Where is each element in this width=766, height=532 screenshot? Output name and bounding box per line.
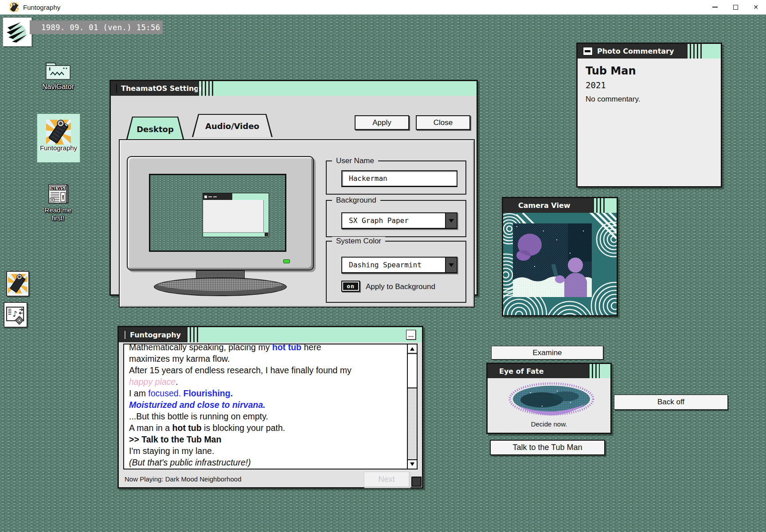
app-title-bar: Funtography ✕ (0, 0, 766, 15)
chevron-down-icon[interactable] (445, 213, 457, 228)
game-screen: Funtography ✕ 1989. 09. 01 (ven.) 15:56 … (0, 0, 766, 532)
photo-commentary-window: Photo Commentary Tub Man 2021 No comment… (576, 43, 722, 188)
dialog-choice-selected[interactable]: >> Talk to the Tub Man (129, 434, 404, 445)
window-grid-icon (124, 330, 126, 340)
navigator-folder-icon[interactable] (45, 62, 71, 80)
window-grid-icon (116, 84, 117, 93)
system-color-label: System Color (332, 237, 385, 246)
system-clock: 1989. 09. 01 (ven.) 15:56 (30, 20, 163, 34)
scroll-up-icon[interactable] (408, 344, 417, 354)
dialog-line: I am focused. Flourishing. (129, 387, 404, 399)
monitor-mini-window (203, 193, 269, 237)
photo-subject-title: Tub Man (586, 65, 636, 77)
examine-button[interactable]: Examine (491, 346, 603, 360)
settings-body: Desktop Audio/Video Apply Close (111, 96, 477, 294)
dialog-line: maximizes my karma flow. (129, 353, 404, 364)
camera-view-title-bar[interactable]: Camera View (503, 198, 617, 213)
camera-view-title: Camera View (518, 201, 571, 210)
background-label: Background (332, 196, 380, 205)
apply-button[interactable]: Apply (355, 115, 409, 130)
user-name-group: User Name Hackerman (326, 160, 466, 195)
dialog-line: Mathematically speaking, placing my hot … (129, 341, 404, 353)
tab-audio-video[interactable]: Audio/Video (192, 114, 273, 137)
settings-title-bar[interactable]: TheamatOS Settings (111, 81, 477, 96)
next-button[interactable]: Next (363, 471, 410, 487)
svg-text:!: ! (62, 194, 64, 201)
close-icon[interactable]: ✕ (746, 0, 766, 15)
claw-logo-icon (6, 20, 29, 43)
readme-icon-label-line1[interactable]: Read me (29, 206, 87, 214)
title-bar-stripes (198, 81, 214, 96)
svg-text:NEWS!: NEWS! (51, 186, 66, 191)
scrollbar-thumb[interactable] (408, 355, 417, 388)
photo-year: 2021 (586, 80, 606, 90)
chevron-down-icon[interactable] (445, 258, 457, 272)
dialog-line: A man in a hot tub is blocking your path… (129, 422, 404, 434)
resize-grip[interactable] (411, 477, 422, 487)
funtography-icon-label[interactable]: Funtography (37, 144, 80, 152)
monitor-power-led (283, 259, 290, 263)
monitor-preview (127, 156, 314, 270)
dialog-window: Funtography … Mathematically speaking, p… (117, 326, 423, 489)
settings-panel: User Name Hackerman Background SX Graph … (119, 139, 475, 308)
dialog-line: (But that's public infrastructure!) (129, 457, 404, 468)
background-group: Background SX Graph Paper (326, 200, 466, 237)
music-settings-icon: ♪ (5, 304, 26, 325)
dialog-window-title: Funtography (130, 331, 181, 339)
navigator-icon-label[interactable]: NaviGator (29, 83, 87, 91)
maximize-icon[interactable] (725, 0, 746, 15)
camera-view-photo (503, 213, 617, 315)
now-playing-status: Now Playing: Dark Mood Neighborhood (125, 475, 241, 483)
monitor-stand-base (154, 278, 287, 296)
funtography-taskbar-button[interactable] (6, 271, 29, 297)
system-color-dropdown[interactable]: Dashing Spearmint (341, 257, 457, 274)
eye-of-fate-window: Eye of Fate Decide now. (486, 363, 612, 434)
scroll-down-icon[interactable] (408, 459, 417, 469)
media-settings-taskbar-button[interactable]: ♪ (4, 302, 27, 328)
dialog-text: Mathematically speaking, placing my hot … (124, 341, 407, 469)
camera-view-window: Camera View (502, 197, 618, 317)
photo-commentary-title-bar[interactable]: Photo Commentary (578, 44, 721, 59)
apply-to-background-toggle[interactable]: on (341, 281, 360, 292)
os-logo-button[interactable] (3, 17, 32, 47)
back-off-button[interactable]: Back off (614, 395, 728, 410)
dialog-text-frame: Mathematically speaking, placing my hot … (123, 344, 418, 469)
user-name-label: User Name (332, 156, 378, 165)
readme-newspaper-icon[interactable]: NEWS! ! (47, 184, 70, 205)
settings-window-title: TheamatOS Settings (121, 84, 203, 93)
dialog-line: happy place. (129, 376, 404, 387)
settings-window: TheamatOS Settings Desktop Audio/Video A… (109, 80, 478, 296)
talk-to-tub-man-button[interactable]: Talk to the Tub Man (490, 440, 605, 455)
eye-of-fate-title: Eye of Fate (499, 367, 544, 376)
funtography-camera-icon-small (8, 273, 27, 294)
photo-note: No commentary. (586, 95, 640, 104)
funtography-camera-icon[interactable] (46, 120, 71, 145)
photo-commentary-title: Photo Commentary (597, 47, 674, 55)
dialog-menu-button[interactable]: … (406, 330, 416, 340)
user-name-input[interactable]: Hackerman (341, 170, 457, 187)
monitor-screen (149, 174, 286, 252)
background-dropdown[interactable]: SX Graph Paper (341, 212, 457, 229)
app-window-title: Funtography (23, 4, 60, 11)
window-controls: ✕ (705, 0, 766, 15)
dialog-line: Moisturized and close to nirvana. (129, 399, 404, 411)
dialog-line: After 15 years of endless research, I ha… (129, 364, 404, 376)
dialog-title-bar[interactable]: Funtography … (119, 327, 422, 342)
tab-desktop[interactable]: Desktop (126, 117, 184, 141)
svg-text:♪: ♪ (12, 309, 17, 318)
apply-to-background-label: Apply to Background (366, 282, 435, 291)
readme-icon-label-line2[interactable]: first! (29, 214, 87, 222)
dialog-choice[interactable]: I'm staying in my lane. (129, 445, 404, 457)
funtography-app-icon (10, 3, 19, 12)
system-color-group: System Color Dashing Spearmint on Apply … (326, 241, 466, 303)
close-button[interactable]: Close (416, 115, 470, 130)
minimize-icon[interactable] (705, 0, 725, 15)
eye-of-fate-caption: Decide now. (488, 420, 610, 428)
eye-of-fate-image (499, 382, 600, 417)
eye-of-fate-title-bar[interactable]: Eye of Fate (488, 364, 610, 378)
dialog-scrollbar[interactable] (407, 344, 417, 469)
dialog-line: ...But this bottle is running on empty. (129, 411, 404, 422)
collapse-icon[interactable] (583, 47, 593, 55)
